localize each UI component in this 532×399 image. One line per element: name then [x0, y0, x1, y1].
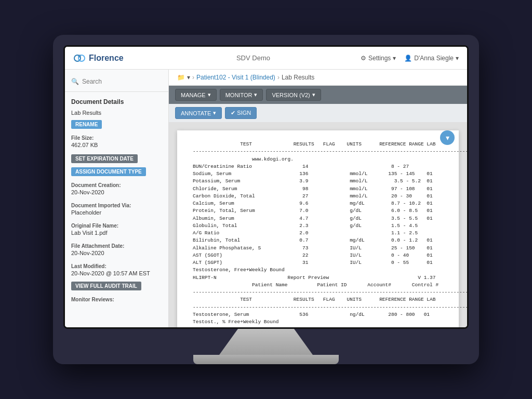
breadcrumb-patient[interactable]: Patient102 - Visit 1 (Blinded)	[196, 74, 275, 81]
doc-viewer[interactable]: ▾ TEST RESULTS FLAG UNITS REFERENCE RANG…	[169, 122, 467, 327]
rename-button[interactable]: RENAME	[71, 120, 102, 129]
toolbar-secondary: ANNOTATE ✔ SIGN	[169, 104, 467, 122]
attachment-date-value: 20-Nov-2020	[71, 250, 162, 256]
sign-button[interactable]: ✔ SIGN	[225, 107, 257, 119]
set-expiration-button[interactable]: SET EXPIRATION DATE	[71, 154, 138, 163]
breadcrumb-section: Lab Results	[282, 74, 314, 81]
sidebar: 🔍 Document Details Lab Results RENAME Fi…	[65, 70, 169, 327]
annotate-button[interactable]: ANNOTATE	[175, 107, 222, 119]
breadcrumb-sep1: ›	[192, 74, 194, 81]
sidebar-section-title: Document Details	[65, 98, 168, 110]
last-modified-label: Last Modified:	[71, 263, 162, 269]
lab-results-content: TEST RESULTS FLAG UNITS REFERENCE RANGE …	[193, 141, 443, 327]
file-size-value: 462.07 KB	[71, 142, 162, 148]
monitor-reviews-label: Monitor Reviews:	[71, 297, 162, 302]
doc-creation-value: 20-Nov-2020	[71, 189, 162, 195]
file-size-label: File Size:	[71, 135, 162, 141]
search-icon: 🔍	[71, 78, 79, 85]
settings-chevron-icon: ▾	[393, 55, 396, 62]
version-button[interactable]: VERSION (V2)	[266, 89, 321, 101]
doc-name-label: Lab Results	[65, 110, 168, 118]
scroll-down-button[interactable]: ▾	[440, 130, 455, 145]
monitor-screen: Florence SDV Demo ⚙ Settings ▾ 👤 D'Anna …	[63, 45, 469, 329]
doc-imported-value: Placeholder	[71, 209, 162, 216]
gear-icon: ⚙	[361, 55, 366, 62]
last-modified-value: 20-Nov-2020 @ 10:57 AM EST	[71, 270, 162, 276]
settings-menu[interactable]: ⚙ Settings ▾	[361, 55, 396, 62]
doc-page: TEST RESULTS FLAG UNITS REFERENCE RANGE …	[177, 130, 459, 327]
top-nav: Florence SDV Demo ⚙ Settings ▾ 👤 D'Anna …	[65, 47, 467, 70]
original-file-label: Original File Name:	[71, 223, 162, 229]
search-bar: 🔍	[65, 76, 168, 92]
settings-label: Settings	[368, 55, 391, 62]
audit-trail-button[interactable]: VIEW FULL AUDIT TRAIL	[71, 282, 141, 290]
user-menu[interactable]: 👤 D'Anna Siegle ▾	[404, 55, 459, 62]
folder-icon: 📁	[177, 74, 185, 81]
monitor-button[interactable]: MONITOR	[220, 89, 263, 101]
doc-creation-section: Document Creation: 20-Nov-2020	[65, 180, 168, 197]
original-file-section: Original File Name: Lab Visit 1.pdf	[65, 221, 168, 238]
doc-imported-label: Document Imported Via:	[71, 203, 162, 208]
doc-creation-label: Document Creation:	[71, 182, 162, 188]
main-area: 🔍 Document Details Lab Results RENAME Fi…	[65, 70, 467, 327]
monitor-stand	[219, 329, 313, 355]
last-modified-section: Last Modified: 20-Nov-2020 @ 10:57 AM ES…	[65, 261, 168, 278]
search-input[interactable]	[82, 78, 160, 85]
monitor-reviews-section: Monitor Reviews:	[65, 295, 168, 305]
logo-area: Florence	[73, 52, 146, 64]
logo-text: Florence	[89, 54, 124, 63]
breadcrumb-chevron: ▾	[187, 74, 190, 81]
breadcrumb-sep2: ›	[277, 74, 280, 81]
user-label: D'Anna Siegle	[414, 55, 454, 62]
monitor-base	[193, 355, 339, 364]
attachment-date-label: File Attachment Date:	[71, 243, 162, 249]
breadcrumb: 📁 ▾ › Patient102 - Visit 1 (Blinded) › L…	[169, 70, 467, 86]
florence-logo-icon	[73, 52, 86, 64]
original-file-value: Lab Visit 1.pdf	[71, 230, 162, 236]
manage-button[interactable]: MANAGE	[175, 89, 217, 101]
user-icon: 👤	[404, 55, 412, 62]
attachment-date-section: File Attachment Date: 20-Nov-2020	[65, 241, 168, 258]
nav-center: SDV Demo	[146, 54, 361, 62]
monitor-outer: Florence SDV Demo ⚙ Settings ▾ 👤 D'Anna …	[53, 35, 479, 364]
doc-imported-section: Document Imported Via: Placeholder	[65, 201, 168, 218]
toolbar-primary: MANAGE MONITOR VERSION (V2)	[169, 86, 467, 104]
svg-point-2	[78, 55, 81, 58]
assign-document-button[interactable]: ASSIGN DOCUMENT TYPE	[71, 167, 146, 176]
file-size-section: File Size: 462.07 KB	[65, 133, 168, 150]
user-chevron-icon: ▾	[456, 55, 459, 62]
nav-right: ⚙ Settings ▾ 👤 D'Anna Siegle ▾	[361, 55, 459, 62]
content-area: 📁 ▾ › Patient102 - Visit 1 (Blinded) › L…	[169, 70, 467, 327]
app: Florence SDV Demo ⚙ Settings ▾ 👤 D'Anna …	[65, 47, 467, 327]
